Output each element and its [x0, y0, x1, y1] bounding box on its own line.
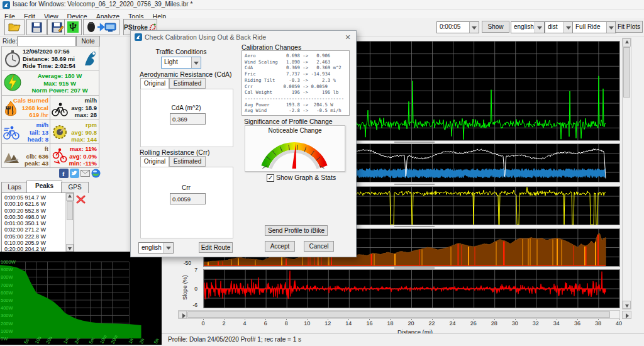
- peaks-scrollbar[interactable]: [65, 193, 74, 252]
- edit-route-button[interactable]: Edit Route: [199, 242, 233, 253]
- svg-text:f: f: [62, 170, 65, 177]
- cadence-gear-icon: [52, 124, 68, 140]
- peak-list-item[interactable]: 0:00:10 621.6 W: [2, 201, 65, 207]
- usb-icon: [67, 21, 79, 33]
- aero-resistance-label: Aerodynamic Resistance (CdA): [140, 70, 231, 78]
- dropdown-arrow-icon: [535, 22, 544, 33]
- peak-list-item[interactable]: 0:00:05 914.7 W: [2, 194, 65, 201]
- tab-gps[interactable]: GPS: [61, 182, 89, 193]
- crr-tab-original[interactable]: Original: [140, 156, 169, 167]
- slope-axis-title: Slope (%): [182, 270, 188, 305]
- cda-tab-estimated[interactable]: Estimated: [169, 78, 206, 89]
- panel-divider-handle[interactable]: [394, 142, 435, 143]
- dropdown-arrow-icon: [606, 22, 616, 33]
- x-axis-mode-select[interactable]: dist: [545, 21, 574, 33]
- delete-peak-button[interactable]: [76, 195, 86, 204]
- twitter-icon[interactable]: [70, 169, 79, 178]
- email-icon[interactable]: [80, 169, 90, 178]
- power-summary-cell: Average: 180 W Max: 915 W Norm Power: 20…: [1, 70, 99, 96]
- cda-value-field[interactable]: [170, 113, 206, 125]
- scrollbar-thumb[interactable]: [623, 47, 630, 98]
- facebook-icon[interactable]: f: [59, 169, 69, 178]
- axis-tick-label: 4: [239, 320, 250, 326]
- power-max: Max: 915 W: [22, 80, 97, 87]
- ride-distance: Distance: 38.69 mi: [23, 55, 75, 63]
- fit-plots-button[interactable]: Fit Plots: [615, 21, 643, 33]
- crr-value-field[interactable]: [170, 193, 206, 204]
- send-profile-button[interactable]: Send Profile to iBike: [265, 225, 328, 236]
- climb-clb: clb: 636: [25, 153, 48, 160]
- save-button[interactable]: [26, 19, 47, 35]
- significance-label: Significance of Profile Change: [244, 118, 333, 125]
- peak-list-item[interactable]: 0:05:00 222.8 W: [2, 233, 65, 240]
- peak-list-item[interactable]: 0:10:00 205.9 W: [2, 240, 65, 246]
- peaks-list[interactable]: 0:00:05 914.7 W0:00:10 621.6 W0:00:20 55…: [1, 193, 74, 252]
- tab-laps[interactable]: Laps: [1, 182, 28, 193]
- peak-list-item[interactable]: 0:00:30 498.0 W: [2, 214, 65, 220]
- power-duration-chart[interactable]: 1000W900W800W700W600W500W400W300W200W100…: [0, 252, 162, 345]
- close-icon[interactable]: ✕: [343, 33, 352, 42]
- traffic-conditions-value: Light: [164, 59, 178, 65]
- crr-tab-estimated[interactable]: Estimated: [169, 156, 206, 167]
- axis-tick-label: 40: [613, 320, 625, 326]
- dialog-title-bar[interactable]: Check Calibration Using Out & Back Ride …: [131, 31, 356, 43]
- units-select[interactable]: english: [511, 21, 545, 33]
- scrollbar-thumb[interactable]: [187, 311, 610, 318]
- axis-tick-label: 2: [218, 320, 230, 326]
- usb-device-button[interactable]: [64, 19, 82, 35]
- scrollbar-thumb[interactable]: [67, 201, 73, 220]
- wind-unit: mi/h: [28, 121, 48, 129]
- svg-text:200W: 200W: [1, 321, 14, 326]
- tab-peaks[interactable]: Peaks: [26, 181, 62, 193]
- scroll-down-button[interactable]: [623, 301, 631, 309]
- save-icon: [31, 22, 42, 33]
- peak-list-item[interactable]: 0:00:20 552.8 W: [2, 208, 65, 214]
- google-earth-icon[interactable]: [91, 169, 101, 178]
- peak-time-value: 0:00:05: [440, 23, 460, 30]
- peak-list-item[interactable]: 0:02:00 271.2 W: [2, 226, 65, 233]
- scroll-up-button[interactable]: [623, 38, 631, 47]
- cyclist-icon: [52, 102, 68, 117]
- scroll-up-button[interactable]: [66, 193, 74, 201]
- axis-tick-label: 0: [197, 320, 209, 326]
- power-bolt-icon: [4, 74, 21, 91]
- application-window: Isaac for Windows: Velocomp_06_12_2020_0…: [0, 0, 644, 346]
- peak-time-select[interactable]: 0:00:05: [436, 21, 479, 33]
- traffic-conditions-select[interactable]: Light: [161, 57, 201, 69]
- peak-list-item[interactable]: 0:01:00 350.1 W: [2, 220, 65, 226]
- cadence-cell: rpm avg: 90.8 max: 144: [50, 120, 99, 144]
- menu-bar: FileEditViewDeviceAnalyzeToolsHelp: [0, 10, 644, 18]
- scroll-corner-button[interactable]: [622, 311, 631, 319]
- show-graph-label: Show Graph & Stats: [276, 174, 336, 181]
- slope-plot[interactable]: [203, 269, 620, 308]
- svg-text:500W: 500W: [1, 298, 14, 303]
- elevation-tick-label: -50: [179, 260, 191, 266]
- calories-title: Cals Burned: [13, 97, 48, 104]
- title-bar: Isaac for Windows: Velocomp_06_12_2020_0…: [0, 0, 644, 10]
- axis-tick-label: 10: [301, 320, 313, 326]
- horizontal-scrollbar[interactable]: [178, 310, 620, 319]
- range-select[interactable]: Full Ride: [572, 21, 616, 33]
- svg-text:1000W: 1000W: [1, 259, 16, 265]
- speed-max: max: 28: [71, 111, 97, 119]
- vertical-scrollbar[interactable]: [622, 38, 631, 310]
- svg-text:100W: 100W: [1, 328, 14, 334]
- open-file-button[interactable]: [4, 19, 25, 35]
- power-average: Average: 180 W: [22, 72, 97, 80]
- scroll-down-button[interactable]: [66, 244, 74, 252]
- svg-text:600W: 600W: [1, 290, 14, 296]
- panel-divider-handle[interactable]: [394, 226, 435, 227]
- panel-divider-handle[interactable]: [394, 184, 435, 185]
- note-button[interactable]: Note: [76, 36, 100, 47]
- panel-divider-handle[interactable]: [394, 267, 435, 269]
- download-from-device-button[interactable]: [83, 19, 119, 35]
- calories-rate: 619 /hr: [13, 111, 48, 119]
- scroll-right-button[interactable]: [179, 311, 187, 318]
- language-select[interactable]: english: [138, 242, 174, 254]
- show-graph-checkbox[interactable]: ✓: [267, 174, 274, 182]
- cda-tab-original[interactable]: Original: [140, 78, 169, 89]
- cancel-button[interactable]: Cancel: [304, 241, 334, 252]
- show-button[interactable]: Show: [482, 21, 509, 33]
- wind-head: head: 8: [28, 136, 48, 143]
- accept-button[interactable]: Accept: [265, 241, 295, 252]
